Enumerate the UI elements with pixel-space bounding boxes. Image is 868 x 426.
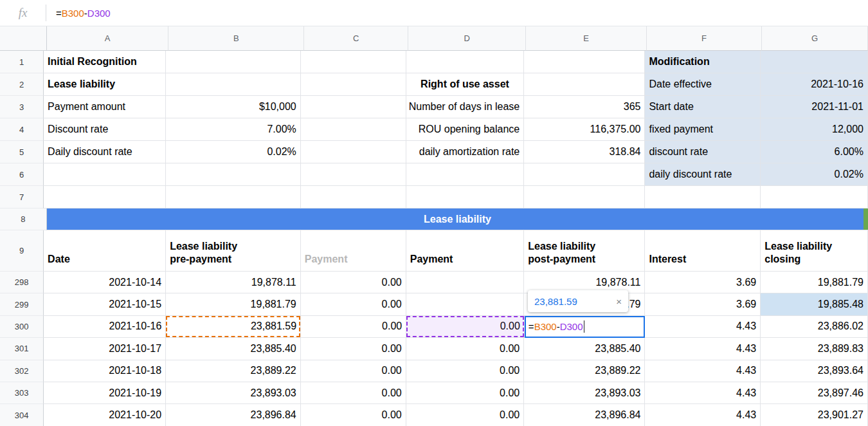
cell-e1[interactable] <box>524 51 645 73</box>
cell-c299[interactable]: 0.00 <box>301 293 406 315</box>
cell-c3[interactable] <box>301 96 406 118</box>
row-header-300[interactable]: 300 <box>0 316 44 338</box>
column-header-c[interactable]: C <box>304 26 408 51</box>
row-header-3[interactable]: 3 <box>0 96 44 118</box>
cell-d1[interactable] <box>406 51 525 73</box>
cell-b6[interactable] <box>166 163 301 186</box>
cell-b302[interactable]: 23,889.22 <box>166 360 301 382</box>
cell-e300-editing[interactable]: =B300-D300 <box>525 316 645 338</box>
cell-f304[interactable]: 4.43 <box>645 404 761 426</box>
cell-e5[interactable]: 318.84 <box>524 141 645 163</box>
cell-e302[interactable]: 23,889.22 <box>524 360 645 382</box>
cell-b299[interactable]: 19,881.79 <box>166 293 301 315</box>
cell-b301[interactable]: 23,885.40 <box>166 338 301 360</box>
cell-f1[interactable]: Modification <box>645 51 761 73</box>
cell-e7[interactable] <box>524 186 645 208</box>
row-header-2[interactable]: 2 <box>0 73 44 96</box>
cell-c1[interactable] <box>301 51 406 73</box>
cell-a5[interactable]: Daily discount rate <box>44 141 166 163</box>
cell-c4[interactable] <box>301 118 406 141</box>
cell-g300[interactable]: 23,886.02 <box>761 316 868 338</box>
cell-f300[interactable]: 4.43 <box>645 316 761 338</box>
row-header-1[interactable]: 1 <box>0 51 44 73</box>
cell-c302[interactable]: 0.00 <box>301 360 406 382</box>
cell-g7[interactable] <box>761 186 868 208</box>
cell-f3[interactable]: Start date <box>645 96 761 118</box>
cell-f7[interactable] <box>645 186 761 208</box>
cell-c300[interactable]: 0.00 <box>301 316 406 338</box>
cell-a304[interactable]: 2021-10-20 <box>44 404 166 426</box>
cell-c2[interactable] <box>301 73 406 96</box>
cell-f9[interactable]: Interest <box>645 230 761 272</box>
cell-a7[interactable] <box>44 186 166 208</box>
cell-c303[interactable]: 0.00 <box>301 382 406 404</box>
cell-a298[interactable]: 2021-10-14 <box>44 272 166 293</box>
cell-g299[interactable]: 19,885.48 <box>761 293 868 315</box>
cell-f6[interactable]: daily discount rate <box>645 163 761 186</box>
cell-g301[interactable]: 23,889.83 <box>761 338 868 360</box>
row-header-303[interactable]: 303 <box>0 382 44 404</box>
row-header-302[interactable]: 302 <box>0 360 44 382</box>
cell-b300[interactable]: 23,881.59 <box>166 316 301 338</box>
cell-g2[interactable]: 2021-10-16 <box>761 73 868 96</box>
row-header-7[interactable]: 7 <box>0 186 44 208</box>
cell-b9[interactable]: Lease liability pre-payment <box>166 230 301 272</box>
row-header-8[interactable]: 8 <box>0 208 47 230</box>
cell-f302[interactable]: 4.43 <box>645 360 761 382</box>
cell-d298[interactable] <box>406 272 525 293</box>
cell-b304[interactable]: 23,896.84 <box>166 404 301 426</box>
cell-b298[interactable]: 19,878.11 <box>166 272 301 293</box>
formula-input[interactable]: =B300-D300 <box>46 8 868 19</box>
cell-g304[interactable]: 23,901.27 <box>761 404 868 426</box>
cell-d303[interactable]: 0.00 <box>406 382 525 404</box>
cell-e301[interactable]: 23,885.40 <box>524 338 645 360</box>
cell-d301[interactable]: 0.00 <box>406 338 525 360</box>
row-header-9[interactable]: 9 <box>0 230 44 272</box>
cell-g1[interactable] <box>761 51 868 73</box>
cell-d2[interactable]: Right of use asset <box>406 73 525 96</box>
cell-g6[interactable]: 0.02% <box>761 163 868 186</box>
cell-d302[interactable]: 0.00 <box>406 360 525 382</box>
cell-d300[interactable]: 0.00 <box>406 316 525 338</box>
cell-a300[interactable]: 2021-10-16 <box>44 316 166 338</box>
lease-liability-banner[interactable]: Lease liability <box>47 208 868 230</box>
column-header-e[interactable]: E <box>526 26 647 51</box>
cell-a302[interactable]: 2021-10-18 <box>44 360 166 382</box>
cell-b1[interactable] <box>166 51 301 73</box>
cell-e3[interactable]: 365 <box>524 96 645 118</box>
cell-a301[interactable]: 2021-10-17 <box>44 338 166 360</box>
cell-a3[interactable]: Payment amount <box>44 96 166 118</box>
cell-g303[interactable]: 23,897.46 <box>761 382 868 404</box>
cell-d7[interactable] <box>406 186 525 208</box>
row-header-301[interactable]: 301 <box>0 338 44 360</box>
cell-c9[interactable]: Payment <box>301 230 406 272</box>
select-all-corner[interactable] <box>0 26 47 51</box>
cell-b3[interactable]: $10,000 <box>166 96 301 118</box>
cell-d304[interactable]: 0.00 <box>406 404 525 426</box>
cell-d6[interactable] <box>406 163 525 186</box>
tooltip-close-icon[interactable]: × <box>616 296 622 307</box>
cell-e6[interactable] <box>524 163 645 186</box>
cell-a1[interactable]: Initial Recognition <box>44 51 166 73</box>
cell-e9[interactable]: Lease liability post-payment <box>524 230 645 272</box>
cell-a299[interactable]: 2021-10-15 <box>44 293 166 315</box>
cell-c5[interactable] <box>301 141 406 163</box>
cell-g302[interactable]: 23,893.64 <box>761 360 868 382</box>
row-header-304[interactable]: 304 <box>0 404 44 426</box>
cell-a4[interactable]: Discount rate <box>44 118 166 141</box>
cell-d299[interactable] <box>406 293 525 315</box>
cell-a2[interactable]: Lease liability <box>44 73 166 96</box>
row-header-4[interactable]: 4 <box>0 118 44 141</box>
cell-b7[interactable] <box>166 186 301 208</box>
row-header-5[interactable]: 5 <box>0 141 44 163</box>
row-header-6[interactable]: 6 <box>0 163 44 186</box>
row-header-299[interactable]: 299 <box>0 293 44 315</box>
cell-e2[interactable] <box>524 73 645 96</box>
cell-a6[interactable] <box>44 163 166 186</box>
cell-b4[interactable]: 7.00% <box>166 118 301 141</box>
cell-g5[interactable]: 6.00% <box>761 141 868 163</box>
cell-f298[interactable]: 3.69 <box>645 272 761 293</box>
cell-b5[interactable]: 0.02% <box>166 141 301 163</box>
cell-e304[interactable]: 23,896.84 <box>524 404 645 426</box>
cell-a303[interactable]: 2021-10-19 <box>44 382 166 404</box>
